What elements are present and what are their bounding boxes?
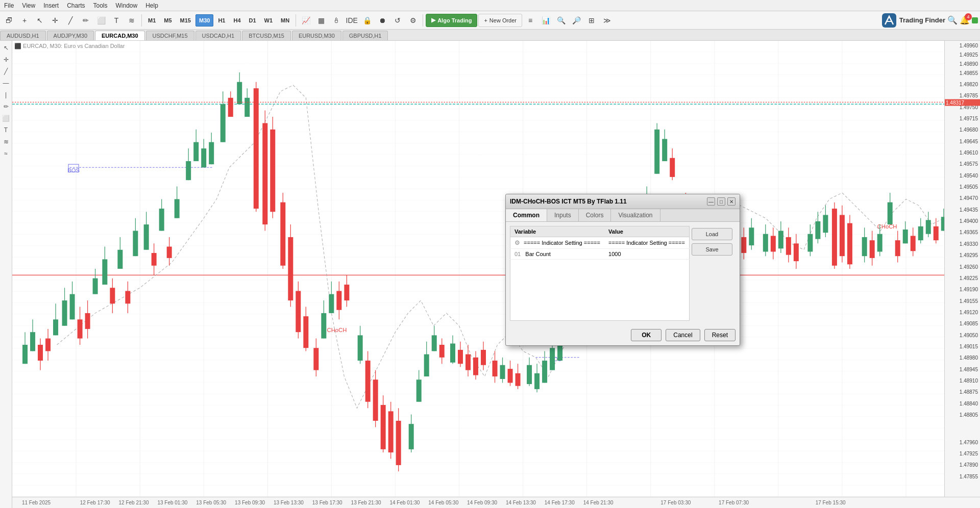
svg-rect-73: [193, 142, 199, 161]
svg-rect-127: [424, 354, 429, 376]
modal-maximize-btn[interactable]: □: [717, 197, 725, 206]
svg-rect-37: [45, 339, 51, 351]
notification-wrapper[interactable]: 🔔 4: [960, 15, 970, 25]
search-wrapper[interactable]: 🔍: [947, 15, 958, 25]
left-draw[interactable]: ✏: [1, 101, 11, 112]
crosshair-btn[interactable]: ✛: [48, 13, 62, 28]
chart-area[interactable]: ⬛ EURCAD, M30: Euro vs Canadian Dollar: [12, 41, 944, 497]
menu-window[interactable]: Window: [116, 2, 138, 9]
svg-rect-145: [500, 365, 505, 379]
svg-rect-205: [763, 234, 768, 252]
tab-eurusd-m30[interactable]: EURUSD,M30: [292, 31, 341, 40]
settings-gear[interactable]: ⚙: [406, 13, 420, 28]
cancel-btn[interactable]: Cancel: [666, 329, 700, 341]
price-label-1.48840: 1.48840: [960, 400, 978, 406]
svg-rect-231: [877, 234, 883, 252]
left-channel[interactable]: ≈: [1, 148, 11, 159]
modal-close-btn[interactable]: ✕: [727, 197, 736, 206]
svg-rect-225: [847, 223, 852, 265]
tf-m5[interactable]: M5: [160, 14, 175, 27]
left-vline[interactable]: |: [1, 90, 11, 100]
tf-m30[interactable]: M30: [195, 14, 213, 27]
left-rect[interactable]: ⬜: [1, 113, 11, 123]
shapes-btn[interactable]: ⬜: [94, 13, 108, 28]
left-text[interactable]: T: [1, 125, 11, 135]
svg-rect-239: [911, 236, 916, 251]
left-hline[interactable]: —: [1, 78, 11, 88]
search-icon[interactable]: 🔍: [947, 15, 958, 25]
tab-inputs[interactable]: Inputs: [547, 209, 579, 221]
tf-w1[interactable]: W1: [261, 14, 277, 27]
svg-rect-117: [381, 405, 386, 449]
cursor-btn[interactable]: ↖: [33, 13, 47, 28]
tab-common[interactable]: Common: [506, 209, 547, 221]
tab-audusd-h1[interactable]: AUDUSD,H1: [0, 31, 46, 40]
tab-audjpy-m30[interactable]: AUDJPY,M30: [47, 31, 94, 40]
menu-tools[interactable]: Tools: [93, 2, 108, 9]
grid-btn[interactable]: ⊞: [584, 13, 599, 28]
tf-m15[interactable]: M15: [177, 14, 194, 27]
tab-colors[interactable]: Colors: [579, 209, 611, 221]
price-label-1.48910: 1.48910: [960, 378, 978, 384]
tab-gbpusd-h1[interactable]: GBPUSD,H1: [342, 31, 388, 40]
candle-btn[interactable]: 🕯: [329, 13, 344, 28]
menu-view[interactable]: View: [22, 2, 35, 9]
tf-mn[interactable]: MN: [277, 14, 293, 27]
fib-btn[interactable]: ≋: [125, 13, 139, 28]
bar-chart-btn[interactable]: ▦: [314, 13, 328, 28]
text-btn[interactable]: T: [109, 13, 124, 28]
modal-title: IDM-CHoCH-BOS ICT MT5 By TFlab 1.11: [510, 198, 707, 205]
tf-h1[interactable]: H1: [214, 14, 229, 27]
new-order-btn[interactable]: + New Order: [478, 14, 522, 27]
zoom-out-chart[interactable]: 🔍: [554, 13, 568, 28]
modal-content: Variable Value ⚙ ===== Indicator Setting…: [506, 222, 740, 325]
row-barcount-value[interactable]: 1000: [604, 249, 689, 260]
reset-btn[interactable]: Reset: [704, 329, 736, 341]
tab-eurcad-m30[interactable]: EURCAD,M30: [95, 31, 145, 40]
svg-rect-31: [22, 345, 28, 364]
left-cursor[interactable]: ↖: [1, 43, 11, 53]
logo-text: Trading Finder: [899, 16, 945, 24]
tf-m1[interactable]: M1: [144, 14, 159, 27]
draw-btn[interactable]: ✏: [79, 13, 93, 28]
price-scale: 1.49960 1.49925 1.49890 1.49855 1.49820 …: [944, 41, 980, 497]
save-btn[interactable]: Save: [692, 243, 732, 256]
lock-btn[interactable]: 🔒: [360, 13, 374, 28]
menu-help[interactable]: Help: [145, 2, 158, 9]
record-btn[interactable]: ⏺: [375, 13, 389, 28]
modal-minimize-btn[interactable]: —: [707, 197, 715, 206]
zoom-in-chart[interactable]: 🔎: [569, 13, 583, 28]
volume-btn[interactable]: 📊: [538, 13, 553, 28]
line-chart-btn[interactable]: 📈: [299, 13, 313, 28]
tab-btcusd-m15[interactable]: BTCUSD,M15: [242, 31, 291, 40]
tf-h4[interactable]: H4: [230, 14, 244, 27]
tab-usdcad-h1[interactable]: USDCAD,H1: [195, 31, 241, 40]
level2-btn[interactable]: ≡: [523, 13, 537, 28]
svg-rect-89: [262, 123, 267, 224]
more-btn[interactable]: ≫: [600, 13, 614, 28]
menu-file[interactable]: File: [4, 2, 14, 9]
indicators-btn[interactable]: IDE: [345, 13, 359, 28]
chart-header: ⬛ EURCAD, M30: Euro vs Canadian Dollar: [14, 43, 125, 49]
ok-btn[interactable]: OK: [631, 329, 662, 341]
time-label-8: 13 Feb 17:30: [312, 500, 342, 505]
tab-visualization[interactable]: Visualization: [611, 209, 660, 221]
line-btn[interactable]: ╱: [63, 13, 78, 28]
svg-rect-183: [662, 139, 667, 161]
time-label-14: 14 Feb 17:30: [545, 500, 575, 505]
load-btn[interactable]: Load: [692, 228, 732, 240]
menu-charts[interactable]: Charts: [67, 2, 85, 9]
algo-trading-btn[interactable]: ▶ Algo Trading: [426, 14, 477, 27]
refresh-btn[interactable]: ↺: [390, 13, 405, 28]
tf-d1[interactable]: D1: [246, 14, 260, 27]
table-row-barcount[interactable]: 01 Bar Count 1000: [510, 249, 690, 260]
tab-usdchf-m15[interactable]: USDCHF,M15: [146, 31, 194, 40]
svg-rect-223: [840, 215, 845, 256]
left-fib[interactable]: ≋: [1, 137, 11, 147]
menu-insert[interactable]: Insert: [43, 2, 59, 9]
svg-rect-229: [870, 240, 875, 258]
left-crosshair[interactable]: ✛: [1, 55, 11, 65]
left-line[interactable]: ╱: [1, 66, 11, 77]
new-chart-btn[interactable]: 🗗: [2, 13, 16, 28]
zoom-in-btn[interactable]: +: [17, 13, 32, 28]
